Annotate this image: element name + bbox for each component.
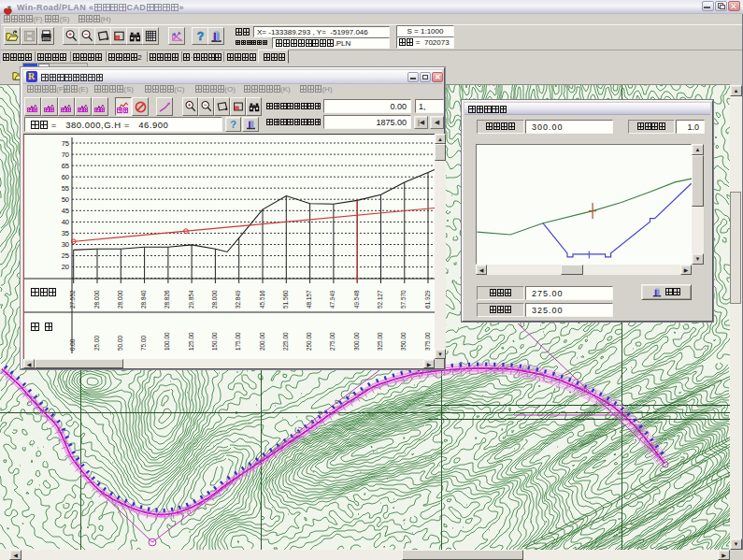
svg-text:29.854: 29.854 [188,290,194,309]
svg-text:125.00: 125.00 [188,332,194,351]
svg-text:200.00: 200.00 [259,332,265,351]
svg-text:75: 75 [62,139,69,148]
svg-text:50: 50 [62,195,69,204]
svg-text:100.00: 100.00 [164,332,170,351]
svg-text:275.00: 275.00 [329,332,336,351]
svg-text:150.00: 150.00 [211,332,218,351]
svg-text:375.00: 375.00 [424,332,431,351]
svg-text:61.929: 61.929 [424,290,431,309]
svg-text:75.00: 75.00 [140,336,147,351]
svg-text:28.826: 28.826 [164,290,170,309]
svg-text:60: 60 [62,173,69,181]
svg-text:28.840: 28.840 [140,290,147,309]
svg-text:35: 35 [62,229,69,237]
svg-text:225.00: 225.00 [282,332,289,351]
svg-text:?: ? [196,30,203,43]
svg-text:28.000: 28.000 [117,290,123,309]
svg-text:325.00: 325.00 [377,332,383,351]
svg-text:25: 25 [62,251,69,260]
svg-text:49.548: 49.548 [353,290,360,309]
svg-text:28.000: 28.000 [211,290,218,309]
svg-text:57.570: 57.570 [400,290,407,309]
svg-text:250.00: 250.00 [306,332,312,351]
svg-text:40: 40 [62,218,69,226]
svg-text:51.560: 51.560 [282,290,289,309]
svg-text:20: 20 [62,263,69,271]
svg-text:32.849: 32.849 [235,290,241,309]
svg-text:0.00: 0.00 [69,338,76,351]
svg-text:45.516: 45.516 [259,290,265,309]
svg-text:28.000: 28.000 [93,290,100,309]
svg-text:30: 30 [62,240,69,249]
svg-text:175.00: 175.00 [235,332,241,351]
svg-text:55: 55 [62,184,69,193]
svg-text:70: 70 [62,151,69,159]
svg-text:50.00: 50.00 [117,336,123,351]
svg-text:27.552: 27.552 [69,290,76,309]
svg-text:65: 65 [62,162,69,170]
svg-text:350.00: 350.00 [400,332,407,351]
svg-text:300.00: 300.00 [353,332,360,351]
svg-text:52.127: 52.127 [377,290,383,309]
svg-text:48.157: 48.157 [306,290,312,309]
svg-text:25.00: 25.00 [93,336,100,351]
svg-text:47.949: 47.949 [329,290,336,309]
svg-text:45: 45 [62,207,69,215]
